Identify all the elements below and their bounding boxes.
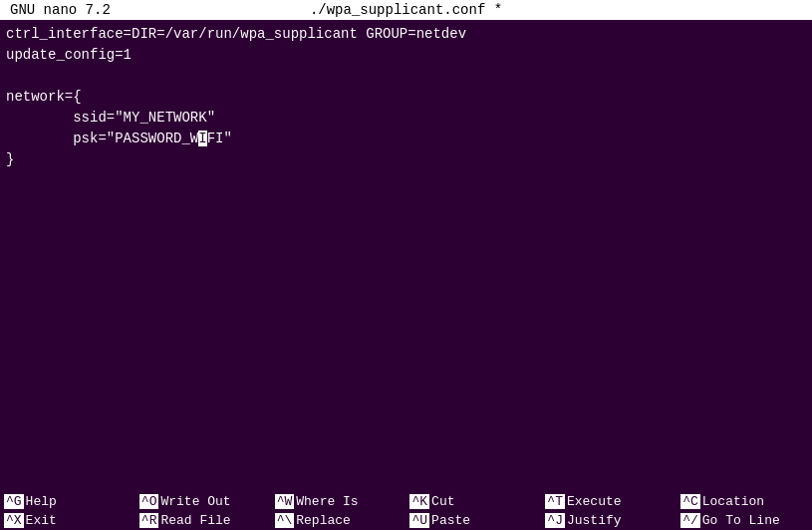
shortcut-row-2: ^XExit^RRead File^\Replace^UPaste^JJusti… (0, 511, 812, 530)
shortcut-label: Execute (567, 494, 622, 509)
shortcut-label: Help (26, 494, 57, 509)
shortcut-row-1: ^GHelp^OWrite Out^WWhere Is^KCut^TExecut… (0, 492, 812, 511)
shortcut-item[interactable]: ^XExit (0, 511, 135, 530)
editor-area[interactable]: ctrl_interface=DIR=/var/run/wpa_supplica… (0, 20, 812, 492)
shortcut-key: ^G (4, 494, 24, 509)
shortcut-key: ^T (545, 494, 565, 509)
shortcut-key: ^J (545, 513, 565, 528)
shortcut-item[interactable]: ^JJustify (541, 511, 677, 530)
shortcut-label: Cut (431, 494, 454, 509)
title-bar: GNU nano 7.2 ./wpa_supplicant.conf * (0, 0, 812, 20)
shortcut-item[interactable]: ^/Go To Line (677, 511, 812, 530)
shortcut-label: Read File (160, 513, 230, 528)
shortcut-item[interactable]: ^WWhere Is (271, 492, 406, 511)
shortcut-item[interactable]: ^GHelp (0, 492, 135, 511)
bottom-bar: ^GHelp^OWrite Out^WWhere Is^KCut^TExecut… (0, 492, 812, 530)
shortcut-label: Write Out (160, 494, 230, 509)
shortcut-key: ^O (139, 494, 159, 509)
cursor: I (198, 131, 206, 146)
shortcut-key: ^\ (275, 513, 295, 528)
shortcut-key: ^C (680, 494, 700, 509)
shortcut-label: Go To Line (702, 513, 780, 528)
shortcut-item[interactable]: ^UPaste (406, 511, 541, 530)
shortcut-item[interactable]: ^TExecute (541, 492, 677, 511)
shortcut-label: Replace (296, 513, 351, 528)
shortcut-item[interactable]: ^RRead File (135, 511, 271, 530)
shortcut-key: ^W (275, 494, 295, 509)
shortcut-key: ^X (4, 513, 24, 528)
shortcut-item[interactable]: ^KCut (406, 492, 541, 511)
shortcut-item[interactable]: ^OWrite Out (135, 492, 271, 511)
shortcut-key: ^U (409, 513, 429, 528)
shortcut-label: Exit (26, 513, 57, 528)
shortcut-item[interactable]: ^CLocation (677, 492, 812, 511)
file-name: ./wpa_supplicant.conf * (274, 2, 538, 18)
shortcut-item[interactable]: ^\Replace (271, 511, 406, 530)
shortcut-key: ^K (409, 494, 429, 509)
shortcut-key: ^/ (680, 513, 700, 528)
app-name: GNU nano 7.2 (10, 2, 274, 18)
shortcut-key: ^R (139, 513, 159, 528)
shortcut-label: Paste (431, 513, 470, 528)
shortcut-label: Where Is (296, 494, 358, 509)
shortcut-label: Justify (567, 513, 622, 528)
shortcut-label: Location (702, 494, 764, 509)
